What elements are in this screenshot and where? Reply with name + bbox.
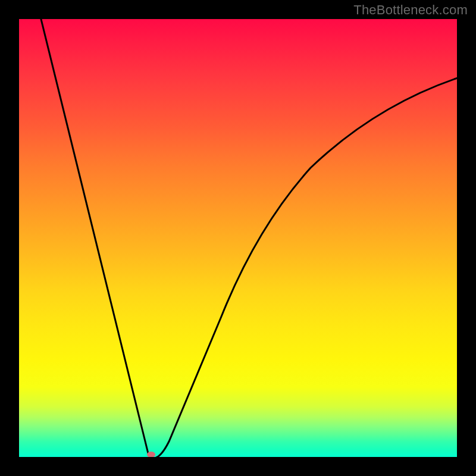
plot-area bbox=[19, 19, 457, 457]
min-point-marker bbox=[147, 452, 155, 457]
bottleneck-curve bbox=[38, 19, 457, 457]
curve-svg bbox=[19, 19, 457, 457]
watermark-text: TheBottleneck.com bbox=[353, 2, 468, 18]
